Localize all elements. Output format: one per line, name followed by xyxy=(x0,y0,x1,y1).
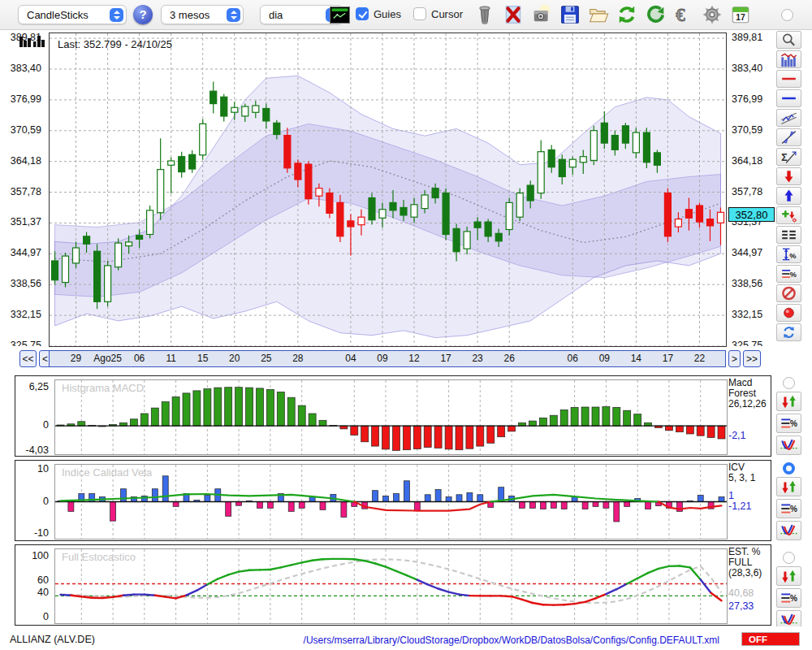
y-tick-label: 383,40 xyxy=(732,63,762,74)
date-label: 11 xyxy=(153,353,189,364)
icv-value-1: 1 xyxy=(728,490,734,501)
stoch-svg xyxy=(55,549,727,623)
macd-axis: 6,250-4,03 xyxy=(15,379,53,454)
icv-plot[interactable]: Indice Calidad Vela xyxy=(54,464,728,540)
bars-layer xyxy=(57,388,725,451)
icv-panel-radio[interactable] xyxy=(783,462,795,474)
date-label: 23 xyxy=(460,353,495,364)
status-bar: ALLIANZ (ALV.DE) /Users/mserra/Library/C… xyxy=(0,626,812,650)
main-candlestick-chart[interactable]: Last: 352.799 - 24/10/25 xyxy=(49,32,727,347)
y-tick-label: 364,18 xyxy=(11,155,41,167)
toolbar-icon-buttons: €17 xyxy=(474,4,751,25)
stoch-value-slow: 40,68 xyxy=(728,587,754,599)
date-label: 09 xyxy=(586,353,622,364)
snapshot-icon xyxy=(531,4,552,25)
macd-lines-percent-button[interactable]: % xyxy=(776,414,801,433)
y-tick-label: 325,75 xyxy=(732,340,762,346)
cursor-checkbox[interactable]: Cursor xyxy=(413,7,463,20)
nav-next-button[interactable]: > xyxy=(728,350,741,367)
date-label: 12 xyxy=(396,353,432,364)
price-axis-left: 389,81383,40376,99370,59364,18357,78351,… xyxy=(0,32,45,346)
checkbox-icon xyxy=(356,7,369,20)
icv-curves-button[interactable] xyxy=(776,521,801,540)
y-tick-label: 0 xyxy=(43,419,49,431)
y-tick-label: 60 xyxy=(37,574,49,586)
y-tick-label: 338,56 xyxy=(732,278,762,289)
y-tick-label: -4,03 xyxy=(26,444,50,456)
delete-icon xyxy=(503,4,524,25)
date-label: 22 xyxy=(681,353,717,364)
cursor-label: Cursor xyxy=(431,8,463,20)
undo-button[interactable] xyxy=(645,4,666,25)
y-tick-label: 376,99 xyxy=(11,93,41,105)
last-price-label: Last: 352.799 - 24/10/25 xyxy=(58,38,172,50)
svg-text:%: % xyxy=(789,505,797,514)
date-label: 20 xyxy=(217,353,253,364)
chart-window-button[interactable] xyxy=(330,6,350,24)
stoch-lines-percent-button[interactable]: % xyxy=(776,588,801,608)
price-axis-right: 389,81383,40376,99370,59364,18357,78351,… xyxy=(730,32,775,346)
trash-button[interactable] xyxy=(474,4,495,25)
icv-arrows-button[interactable] xyxy=(776,477,801,496)
chart-type-select[interactable]: CandleSticks xyxy=(18,5,127,24)
y-tick-label: 10 xyxy=(37,463,49,474)
macd-value: -2,1 xyxy=(728,430,746,441)
nav-first-button[interactable]: << xyxy=(19,350,37,367)
open-folder-button[interactable] xyxy=(588,4,609,25)
nav-last-button[interactable]: >> xyxy=(743,350,761,367)
macd-arrows-button[interactable] xyxy=(776,392,801,411)
toolbar: CandleSticks ? 3 mesos dia Guies Cursor … xyxy=(0,0,812,30)
range-select[interactable]: 3 mesos xyxy=(161,5,244,24)
icv-svg xyxy=(55,465,727,539)
svg-text:17: 17 xyxy=(736,13,745,22)
date-label: 29 xyxy=(58,353,94,364)
snapshot-button[interactable] xyxy=(531,4,552,25)
stoch-plot[interactable]: Full Estocastico xyxy=(54,548,728,624)
save-icon xyxy=(559,4,581,25)
y-tick-label: 389,81 xyxy=(732,32,762,43)
y-tick-label: 376,99 xyxy=(732,93,762,105)
svg-text:%: % xyxy=(789,594,797,603)
stoch-arrows-button[interactable] xyxy=(776,566,801,586)
y-tick-label: 338,56 xyxy=(11,278,41,289)
period-value: dia xyxy=(269,9,283,21)
macd-panel: 6,250-4,03 Histgrama MACD Macd Forest 26… xyxy=(15,375,771,457)
date-label: 14 xyxy=(618,353,654,364)
icv-params: ICV 5, 3, 1 xyxy=(728,462,771,483)
date-label: 28 xyxy=(280,353,316,364)
macd-curves-button[interactable] xyxy=(776,436,801,455)
y-tick-label: 357,78 xyxy=(732,186,762,197)
macd-panel-radio[interactable] xyxy=(783,377,795,389)
delete-button[interactable] xyxy=(503,4,524,25)
date-label: 17 xyxy=(428,353,464,364)
y-tick-label: 325,75 xyxy=(11,340,41,346)
date-label: 06 xyxy=(555,353,590,364)
checkbox-icon xyxy=(413,7,426,20)
date-label: 06 xyxy=(122,353,158,364)
guies-label: Guies xyxy=(374,8,401,20)
stoch-value-fast: 27,33 xyxy=(728,600,754,612)
macd-plot[interactable]: Histgrama MACD xyxy=(54,379,728,455)
refresh-button[interactable] xyxy=(616,4,637,25)
stoch-panel-radio[interactable] xyxy=(783,552,795,564)
y-tick-label: 332,15 xyxy=(732,309,762,320)
config-path-link[interactable]: /Users/mserra/Library/CloudStorage/Dropb… xyxy=(304,635,719,646)
panel-tools-sidebar: %%% xyxy=(775,0,802,650)
euro-button[interactable]: € xyxy=(673,4,694,25)
date-label: Ago25 xyxy=(90,353,126,364)
save-button[interactable] xyxy=(559,4,581,25)
date-axis[interactable]: 29Ago25061115202528040912172326060914172… xyxy=(49,350,726,367)
off-button[interactable]: OFF xyxy=(741,632,800,646)
calendar-button[interactable]: 17 xyxy=(730,4,751,25)
svg-text:€: € xyxy=(676,5,685,25)
y-tick-label: 344,97 xyxy=(11,247,41,258)
guies-checkbox[interactable]: Guies xyxy=(356,7,401,20)
help-button[interactable]: ? xyxy=(133,5,153,24)
open-folder-icon xyxy=(588,4,609,25)
euro-icon: € xyxy=(673,4,694,25)
icv-lines-percent-button[interactable]: % xyxy=(776,499,801,518)
settings-button[interactable] xyxy=(702,4,723,25)
y-tick-label: 389,81 xyxy=(11,32,41,43)
y-tick-label: 0 xyxy=(43,496,49,507)
stoch-fast-line xyxy=(61,559,722,605)
